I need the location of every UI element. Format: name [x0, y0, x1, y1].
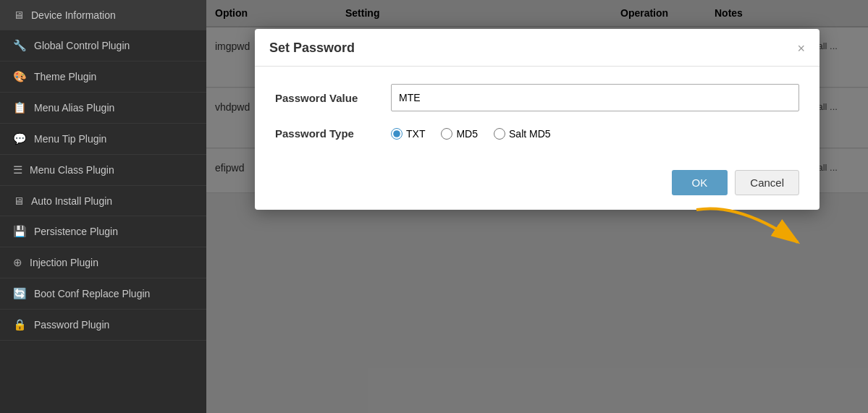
radio-salt-md5[interactable]	[494, 128, 505, 140]
modal-header: Set Password ×	[255, 29, 819, 67]
sidebar-item-device-info[interactable]: 🖥 Device Information	[0, 0, 206, 30]
sidebar-item-label: Menu Class Plugin	[30, 164, 114, 176]
radio-txt-text: TXT	[406, 128, 425, 140]
injection-icon: ⊕	[13, 256, 22, 269]
radio-txt[interactable]	[391, 128, 403, 140]
radio-md5[interactable]	[441, 128, 452, 140]
password-type-label: Password Type	[275, 127, 391, 140]
radio-salt-md5-text: Salt MD5	[509, 128, 551, 140]
modal-body: Password Value Password Type TXT	[255, 67, 819, 163]
radio-md5-label[interactable]: MD5	[441, 128, 478, 140]
password-type-row: Password Type TXT MD5 Salt MD5	[275, 127, 799, 140]
persistence-icon: 💾	[13, 225, 27, 238]
password-value-label: Password Value	[275, 92, 391, 104]
modal-overlay: Set Password × Password Value Password T…	[206, 0, 868, 413]
sidebar-item-global-control[interactable]: 🔧 Global Control Plugin	[0, 30, 206, 61]
password-value-row: Password Value	[275, 84, 799, 111]
radio-md5-text: MD5	[456, 128, 478, 140]
sidebar-item-label: Menu Tip Plugin	[34, 133, 106, 145]
radio-salt-md5-label[interactable]: Salt MD5	[494, 128, 551, 140]
sidebar-item-label: Device Information	[31, 9, 116, 21]
sidebar-item-label: Persistence Plugin	[34, 226, 118, 237]
sidebar-item-label: Injection Plugin	[30, 257, 98, 268]
menu-class-icon: ☰	[13, 163, 22, 176]
sidebar-item-label: Boot Conf Replace Plugin	[34, 288, 150, 299]
radio-txt-label[interactable]: TXT	[391, 128, 425, 140]
sidebar-item-label: Menu Alias Plugin	[34, 102, 114, 114]
sidebar-item-label: Theme Plugin	[34, 71, 96, 82]
global-control-icon: 🔧	[13, 39, 27, 52]
sidebar-item-menu-alias[interactable]: 📋 Menu Alias Plugin	[0, 93, 206, 124]
sidebar: 🖥 Device Information 🔧 Global Control Pl…	[0, 0, 206, 413]
sidebar-item-password[interactable]: 🔒 Password Plugin	[0, 310, 206, 341]
cancel-button[interactable]: Cancel	[735, 170, 799, 195]
password-icon: 🔒	[13, 318, 27, 331]
main-content: Option Setting Operation Notes imgpwd ✏ …	[206, 0, 868, 413]
sidebar-item-label: Auto Install Plugin	[31, 195, 112, 207]
modal-title: Set Password	[269, 41, 355, 56]
password-value-control	[391, 84, 799, 111]
menu-alias-icon: 📋	[13, 101, 27, 114]
set-password-modal: Set Password × Password Value Password T…	[255, 29, 819, 210]
device-info-icon: 🖥	[13, 9, 24, 21]
auto-install-icon: 🖥	[13, 195, 24, 207]
sidebar-item-persistence[interactable]: 💾 Persistence Plugin	[0, 216, 206, 247]
sidebar-item-boot-conf[interactable]: 🔄 Boot Conf Replace Plugin	[0, 278, 206, 310]
sidebar-item-injection[interactable]: ⊕ Injection Plugin	[0, 247, 206, 278]
ok-button[interactable]: OK	[672, 170, 728, 195]
password-type-control: TXT MD5 Salt MD5	[391, 128, 799, 140]
menu-tip-icon: 💬	[13, 132, 27, 145]
sidebar-item-menu-class[interactable]: ☰ Menu Class Plugin	[0, 155, 206, 186]
theme-icon: 🎨	[13, 70, 27, 83]
sidebar-item-auto-install[interactable]: 🖥 Auto Install Plugin	[0, 186, 206, 216]
modal-close-button[interactable]: ×	[797, 42, 805, 55]
sidebar-item-theme-plugin[interactable]: 🎨 Theme Plugin	[0, 61, 206, 93]
password-value-input[interactable]	[391, 84, 799, 111]
sidebar-item-label: Password Plugin	[34, 319, 109, 331]
sidebar-item-menu-tip[interactable]: 💬 Menu Tip Plugin	[0, 124, 206, 155]
sidebar-item-label: Global Control Plugin	[34, 40, 130, 51]
modal-footer: OK Cancel	[255, 163, 819, 210]
boot-conf-icon: 🔄	[13, 287, 27, 300]
